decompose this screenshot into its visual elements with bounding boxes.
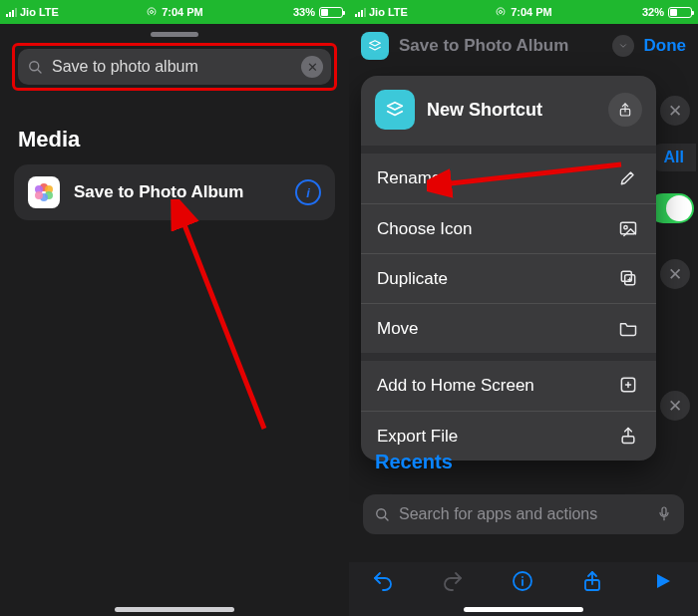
menu-rename[interactable]: Rename — [361, 154, 656, 203]
menu-add-to-home[interactable]: Add to Home Screen — [361, 361, 656, 411]
sheet-title: New Shortcut — [427, 100, 596, 121]
mic-icon[interactable] — [656, 505, 674, 523]
menu-label: Choose Icon — [377, 219, 472, 239]
done-button[interactable]: Done — [644, 36, 687, 56]
signal-icon — [6, 8, 17, 17]
status-bar: Jio LTE 7:04 PM 33% — [0, 0, 349, 24]
duplicate-icon — [618, 268, 640, 290]
svg-rect-11 — [662, 507, 666, 515]
carrier-label: Jio — [369, 6, 385, 18]
search-field[interactable]: ✕ — [18, 49, 331, 85]
search-icon — [26, 58, 44, 76]
menu-label: Export File — [377, 427, 458, 447]
svg-point-2 — [500, 11, 503, 14]
sheet-grabber[interactable] — [151, 32, 198, 37]
network-label: LTE — [39, 6, 59, 18]
svg-point-10 — [377, 509, 386, 518]
all-pill[interactable]: All — [650, 144, 696, 171]
photos-app-icon — [28, 176, 60, 208]
redo-icon — [441, 569, 467, 595]
network-label: LTE — [388, 6, 408, 18]
battery-pct: 33% — [293, 6, 315, 18]
plus-square-icon — [618, 375, 640, 397]
annotation-arrow — [100, 199, 299, 439]
export-icon — [618, 426, 640, 448]
battery-pct: 32% — [642, 6, 664, 18]
phone-right: Jio LTE 7:04 PM 32% Save to Photo Album … — [349, 0, 698, 616]
folder-icon — [618, 318, 640, 340]
chevron-down-icon[interactable] — [612, 35, 634, 57]
svg-rect-9 — [622, 436, 634, 443]
menu-choose-icon[interactable]: Choose Icon — [361, 203, 656, 253]
share-icon[interactable] — [580, 569, 606, 595]
close-icon[interactable]: ✕ — [660, 391, 690, 421]
play-icon[interactable] — [650, 569, 676, 595]
time-label: 7:04 PM — [511, 6, 552, 18]
action-search-field[interactable]: Search for apps and actions — [363, 494, 684, 534]
signal-icon — [355, 8, 366, 17]
shortcut-glyph-icon[interactable] — [361, 32, 389, 60]
search-input[interactable] — [52, 58, 293, 76]
home-indicator[interactable] — [115, 607, 234, 612]
section-title-media: Media — [18, 127, 331, 153]
hotspot-icon — [146, 6, 158, 18]
home-indicator[interactable] — [464, 607, 583, 612]
pencil-icon — [618, 167, 640, 189]
shortcut-glyph-icon — [375, 90, 415, 130]
info-icon[interactable] — [511, 569, 536, 595]
battery-icon — [319, 7, 343, 18]
undo-icon[interactable] — [371, 569, 397, 595]
shortcut-options-sheet: New Shortcut Rename Choose Icon Duplicat… — [361, 76, 656, 461]
annotation-highlight-box: ✕ — [12, 43, 337, 91]
clear-icon[interactable]: ✕ — [301, 56, 323, 78]
svg-point-0 — [151, 11, 154, 14]
menu-move[interactable]: Move — [361, 303, 656, 353]
close-icon[interactable]: ✕ — [660, 259, 690, 289]
action-result-row[interactable]: Save to Photo Album i — [14, 164, 335, 220]
menu-label: Move — [377, 319, 419, 339]
shortcut-title[interactable]: Save to Photo Album — [399, 36, 602, 56]
status-bar: Jio LTE 7:04 PM 32% — [349, 0, 698, 24]
time-label: 7:04 PM — [162, 6, 203, 18]
menu-duplicate[interactable]: Duplicate — [361, 253, 656, 303]
svg-point-1 — [30, 62, 39, 71]
image-icon — [618, 218, 640, 240]
svg-point-5 — [624, 225, 627, 228]
menu-label: Rename — [377, 168, 441, 188]
close-icon[interactable]: ✕ — [660, 96, 690, 126]
action-result-label: Save to Photo Album — [74, 182, 281, 202]
recents-heading[interactable]: Recents — [375, 451, 453, 473]
top-bar: Save to Photo Album Done — [349, 24, 698, 68]
carrier-label: Jio — [20, 6, 36, 18]
battery-icon — [668, 7, 692, 18]
phone-left: Jio LTE 7:04 PM 33% ✕ Media — [0, 0, 349, 616]
hotspot-icon — [495, 6, 507, 18]
menu-label: Add to Home Screen — [377, 376, 534, 396]
info-icon[interactable]: i — [295, 179, 321, 205]
menu-label: Duplicate — [377, 269, 448, 289]
action-search-placeholder: Search for apps and actions — [399, 505, 648, 523]
share-icon[interactable] — [608, 93, 642, 127]
search-icon — [373, 505, 391, 523]
